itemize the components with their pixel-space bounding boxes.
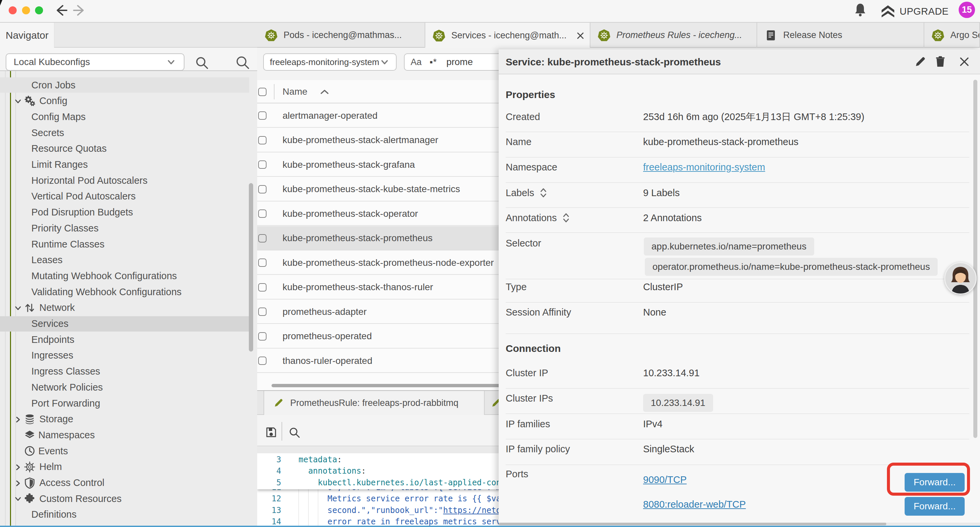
sidebar-item-resource-quotas[interactable]: Resource Quotas <box>0 141 249 156</box>
forward-button[interactable]: Forward... <box>905 497 965 516</box>
property-value-namespace[interactable]: freeleaps-monitoring-system <box>643 161 765 174</box>
sidebar-item-services[interactable]: Services <box>0 316 249 331</box>
sidebar-item-network-policies[interactable]: Network Policies <box>0 380 249 395</box>
row-name: alertmanager-operated <box>283 103 378 128</box>
tab-close-icon[interactable] <box>575 31 585 41</box>
row-checkbox[interactable] <box>258 209 267 218</box>
row-checkbox[interactable] <box>258 357 267 365</box>
save-icon[interactable] <box>265 426 277 438</box>
sidebar-item-runtime-classes[interactable]: Runtime Classes <box>0 236 249 252</box>
sidebar-item-vertical-pod-autoscalers[interactable]: Vertical Pod Autoscalers <box>0 189 249 204</box>
chevron-right-icon[interactable] <box>14 416 21 423</box>
window-corner <box>0 0 2 6</box>
sidebar-item-definitions[interactable]: Definitions <box>0 507 249 522</box>
toolbar-divider <box>282 422 282 441</box>
sidebar-item-custom-resources[interactable]: Custom Resources <box>0 491 249 506</box>
close-icon[interactable] <box>958 56 970 68</box>
sidebar-scrollbar[interactable] <box>249 183 253 352</box>
port-link[interactable]: 8080:reloader-web/TCP <box>643 498 746 511</box>
indent-guide <box>299 489 299 527</box>
puzzle-icon <box>24 493 35 504</box>
kubeconfig-select-value: Local Kubeconfigs <box>14 57 90 67</box>
sidebar-item-config-maps[interactable]: Config Maps <box>0 109 249 124</box>
row-checkbox[interactable] <box>258 234 267 242</box>
sidebar-item-ingresses[interactable]: Ingresses <box>0 348 249 363</box>
notifications-bell-icon[interactable] <box>854 3 867 17</box>
sidebar-item-priority-classes[interactable]: Priority Classes <box>0 220 249 236</box>
row-checkbox[interactable] <box>258 283 267 291</box>
sidebar-item-port-forwarding[interactable]: Port Forwarding <box>0 396 249 411</box>
dock-tab-prometheusrule[interactable]: PrometheusRule: freeleaps-prod-rabbitmq <box>264 391 485 415</box>
sidebar-item-limit-ranges[interactable]: Limit Ranges <box>0 157 249 172</box>
sidebar-item-label: Network Policies <box>31 382 103 393</box>
sidebar-item-label: Pod Disruption Budgets <box>31 207 133 218</box>
property-label-text: Namespace <box>506 161 557 174</box>
editor-search-icon[interactable] <box>289 427 300 438</box>
tab-release[interactable]: Release Notes <box>757 23 924 48</box>
table-search-icon[interactable] <box>235 55 250 70</box>
code-segment-punct: : <box>361 466 366 476</box>
sidebar-item-events[interactable]: Events <box>0 443 249 459</box>
avatar[interactable] <box>944 262 977 295</box>
trash-icon[interactable] <box>934 56 947 68</box>
namespace-select[interactable]: freeleaps-monitoring-system <box>263 53 396 71</box>
chevron-down-icon[interactable] <box>14 304 21 312</box>
nav-forward-icon[interactable] <box>72 3 87 18</box>
sort-updown-icon[interactable] <box>539 188 547 198</box>
sidebar-item-namespaces[interactable]: Namespaces <box>0 427 249 443</box>
panel-scrollbar[interactable] <box>973 80 977 438</box>
sidebar-item-config[interactable]: Config <box>0 93 249 109</box>
match-case-icon[interactable]: Aa <box>410 57 422 67</box>
chevron-right-icon[interactable] <box>14 463 21 471</box>
notification-count-badge[interactable]: 15 <box>959 2 975 18</box>
sidebar-item-leases[interactable]: Leases <box>0 253 249 268</box>
regex-icon[interactable]: ▪* <box>430 57 437 67</box>
row-checkbox[interactable] <box>258 136 267 145</box>
nav-back-icon[interactable] <box>53 3 68 18</box>
row-checkbox[interactable] <box>258 258 267 267</box>
window-minimize-button[interactable] <box>22 6 30 14</box>
row-checkbox[interactable] <box>258 161 267 169</box>
kubernetes-icon <box>265 29 277 42</box>
port-link[interactable]: 9090/TCP <box>643 473 687 486</box>
row-checkbox[interactable] <box>258 111 267 120</box>
sidebar-item-pod-disruption-budgets[interactable]: Pod Disruption Budgets <box>0 205 249 220</box>
table-filter-input[interactable]: Aa ▪* prome <box>404 53 508 71</box>
property-value-ip-family-policy: SingleStack <box>643 442 694 455</box>
tab-prometheus[interactable]: Prometheus Rules - icecheng... <box>590 23 757 48</box>
column-header-name[interactable]: Name <box>283 80 329 103</box>
sidebar-item-secrets[interactable]: Secrets <box>0 125 249 140</box>
sidebar-item-network[interactable]: Network <box>0 300 249 315</box>
sidebar-item-mutating-webhook-configurations[interactable]: Mutating Webhook Configurations <box>0 268 249 283</box>
window-close-button[interactable] <box>9 6 17 14</box>
sidebar-item-cron-jobs[interactable]: Cron Jobs <box>0 77 249 93</box>
edit-pencil-icon[interactable] <box>914 56 927 68</box>
window-zoom-button[interactable] <box>35 6 43 14</box>
sidebar-item-ingress-classes[interactable]: Ingress Classes <box>0 364 249 379</box>
tab-argo[interactable]: Argo Se <box>924 23 980 48</box>
row-checkbox[interactable] <box>258 307 267 316</box>
tab-pods[interactable]: Pods - icecheng@mathmas... <box>258 23 425 48</box>
kubeconfig-select[interactable]: Local Kubeconfigs <box>6 53 185 71</box>
sort-updown-icon[interactable] <box>562 213 570 223</box>
row-checkbox[interactable] <box>258 332 267 341</box>
row-checkbox[interactable] <box>258 185 267 193</box>
chevron-down-icon[interactable] <box>14 495 21 502</box>
sidebar-item-label: Runtime Classes <box>31 239 104 250</box>
sidebar-search-icon[interactable] <box>195 56 209 70</box>
sidebar-item-helm[interactable]: Helm <box>0 459 249 474</box>
upgrade-button[interactable]: UPGRADE <box>881 0 949 23</box>
kubernetes-icon <box>433 29 445 42</box>
chevron-right-icon[interactable] <box>14 479 21 487</box>
sidebar-item-label: Helm <box>39 461 62 472</box>
chevron-down-icon[interactable] <box>14 97 21 105</box>
panel-horizontal-scrollbar[interactable] <box>499 523 886 525</box>
sidebar-item-horizontal-pod-autoscalers[interactable]: Horizontal Pod Autoscalers <box>0 173 249 188</box>
sidebar-item-validating-webhook-configurations[interactable]: Validating Webhook Configurations <box>0 284 249 299</box>
select-all-checkbox[interactable] <box>258 88 267 96</box>
navigator-header: Navigator <box>0 23 54 48</box>
sidebar-item-endpoints[interactable]: Endpoints <box>0 332 249 347</box>
sidebar-item-storage[interactable]: Storage <box>0 412 249 427</box>
tab-services[interactable]: Services - icecheng@math... <box>425 23 590 48</box>
sidebar-item-access-control[interactable]: Access Control <box>0 475 249 490</box>
